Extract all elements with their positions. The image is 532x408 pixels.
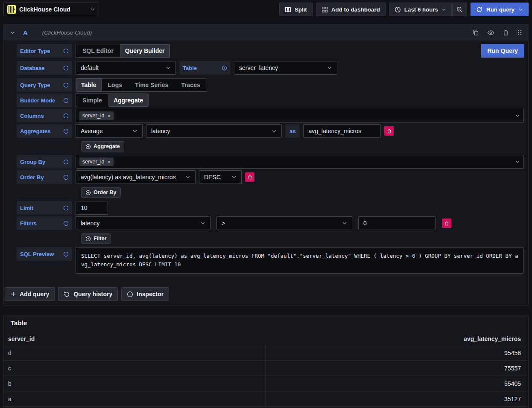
query-ref-id[interactable]: A (23, 29, 28, 36)
row-filters: Filters latency > (17, 216, 524, 230)
option-table[interactable]: Table (76, 79, 102, 91)
row-columns: Columns server_id × (17, 109, 524, 122)
remove-filter-button[interactable] (442, 219, 451, 228)
drag-handle-icon[interactable] (517, 29, 522, 36)
info-icon[interactable] (63, 128, 69, 134)
cell-avg-latency: 95456 (266, 350, 528, 356)
info-icon[interactable] (63, 205, 69, 211)
panel-title[interactable]: Table (4, 315, 528, 330)
info-icon[interactable] (63, 113, 69, 119)
aggregate-column-select[interactable]: latency (146, 124, 282, 138)
aggregate-function-select[interactable]: Average (76, 124, 143, 138)
chevron-down-icon (272, 128, 277, 134)
zoom-out-time-button[interactable] (452, 3, 467, 16)
toolbar-actions: Split Add to dashboard Last 6 hours Run … (279, 3, 529, 16)
query-history-button[interactable]: Query history (58, 287, 118, 301)
add-query-button[interactable]: Add query (5, 287, 55, 301)
info-icon[interactable] (63, 251, 69, 257)
remove-tag-icon[interactable]: × (107, 159, 111, 165)
info-icon[interactable] (63, 175, 69, 180)
time-picker-group: Last 6 hours (389, 3, 467, 16)
query-builder-form: Editor Type SQL Editor Query Builder Run… (4, 41, 528, 276)
time-range-picker[interactable]: Last 6 hours (389, 3, 452, 16)
cell-avg-latency: 55405 (266, 380, 528, 387)
cell-server-id: d (4, 345, 266, 360)
history-icon (64, 291, 70, 297)
aggregate-alias-input[interactable] (303, 124, 381, 138)
database-select[interactable]: default (76, 61, 176, 75)
option-traces[interactable]: Traces (175, 79, 206, 91)
row-builder-mode: Builder Mode Simple Aggregate (17, 93, 524, 107)
column-header-server-id[interactable]: server_id (4, 335, 266, 342)
query-editor-header[interactable]: A (ClickHouse Cloud) (4, 24, 528, 41)
row-query-type: Query Type Table Logs Time Series Traces (17, 78, 524, 92)
option-aggregate[interactable]: Aggregate (108, 94, 148, 107)
option-simple[interactable]: Simple (76, 94, 108, 107)
row-group-by: Group By server_id × (17, 155, 524, 169)
info-icon[interactable] (63, 221, 69, 226)
remove-order-by-button[interactable] (245, 172, 254, 182)
column-header-avg-latency-micros[interactable]: avg_latency_micros (266, 335, 528, 342)
add-aggregate-button[interactable]: Aggregate (81, 141, 124, 152)
inspector-button[interactable]: Inspector (121, 287, 169, 301)
cell-server-id: c (4, 361, 266, 376)
limit-input[interactable] (76, 201, 108, 215)
query-editor-panel: A (ClickHouse Cloud) Editor Type SQL Edi… (3, 24, 529, 306)
table-select[interactable]: server_latency (234, 61, 337, 75)
disable-query-eye-icon[interactable] (487, 29, 494, 36)
chevron-down-icon (200, 221, 205, 226)
group-by-label: Group By (17, 155, 72, 169)
remove-query-trash-icon[interactable] (503, 29, 509, 36)
columns-multiselect[interactable]: server_id × (76, 109, 524, 122)
row-add-filter: Filter (81, 233, 524, 244)
add-to-dashboard-button[interactable]: Add to dashboard (316, 3, 386, 16)
run-query-toolbar-button[interactable]: Run query (471, 3, 529, 16)
filter-column-select[interactable]: latency (76, 216, 210, 230)
order-by-direction-select[interactable]: DESC (199, 170, 242, 184)
selected-group-by-tag: server_id × (79, 157, 114, 166)
table-row: d 95456 (4, 345, 528, 361)
clock-icon (395, 6, 401, 13)
info-icon[interactable] (63, 82, 69, 88)
option-query-builder[interactable]: Query Builder (120, 44, 170, 57)
duplicate-query-icon[interactable] (472, 29, 479, 36)
group-by-multiselect[interactable]: server_id × (76, 155, 524, 169)
limit-label: Limit (17, 201, 72, 215)
clickhouse-logo-icon (7, 5, 16, 14)
info-icon[interactable] (63, 65, 69, 71)
add-order-by-button[interactable]: Order By (81, 187, 121, 198)
info-icon[interactable] (63, 159, 69, 165)
add-filter-button[interactable]: Filter (81, 233, 111, 244)
row-add-order-by: Order By (81, 187, 524, 198)
order-by-field-select[interactable]: avg(latency) as avg_latency_micros (76, 170, 196, 184)
table-label: Table (179, 61, 231, 75)
row-editor-type: Editor Type SQL Editor Query Builder Run… (17, 44, 524, 58)
remove-aggregate-button[interactable] (384, 126, 394, 136)
datasource-name: ClickHouse Cloud (19, 6, 87, 13)
collapse-chevron-icon[interactable] (10, 30, 15, 35)
trash-icon (444, 221, 449, 226)
filter-operator-select[interactable]: > (216, 216, 352, 230)
selected-column-tag: server_id × (79, 111, 114, 120)
option-time-series[interactable]: Time Series (129, 79, 175, 91)
aggregates-label: Aggregates (17, 124, 72, 138)
chevron-down-icon[interactable] (518, 7, 523, 12)
sql-preview-label: SQL Preview (17, 247, 72, 261)
info-icon[interactable] (63, 48, 69, 54)
info-icon[interactable] (63, 98, 69, 103)
row-aggregates: Aggregates Average latency as (17, 124, 524, 138)
remove-tag-icon[interactable]: × (107, 113, 111, 119)
filters-label: Filters (17, 216, 72, 230)
chevron-down-icon (231, 175, 237, 180)
chevron-down-icon (515, 159, 520, 164)
trash-icon (387, 129, 392, 134)
split-icon (285, 6, 291, 13)
split-button[interactable]: Split (279, 3, 313, 16)
chevron-down-icon (132, 128, 137, 134)
run-query-button[interactable]: Run Query (481, 44, 524, 58)
filter-value-input[interactable] (358, 216, 436, 230)
option-sql-editor[interactable]: SQL Editor (76, 44, 120, 57)
datasource-picker[interactable]: ClickHouse Cloud (3, 3, 99, 16)
info-icon[interactable] (222, 65, 227, 71)
option-logs[interactable]: Logs (102, 79, 129, 91)
